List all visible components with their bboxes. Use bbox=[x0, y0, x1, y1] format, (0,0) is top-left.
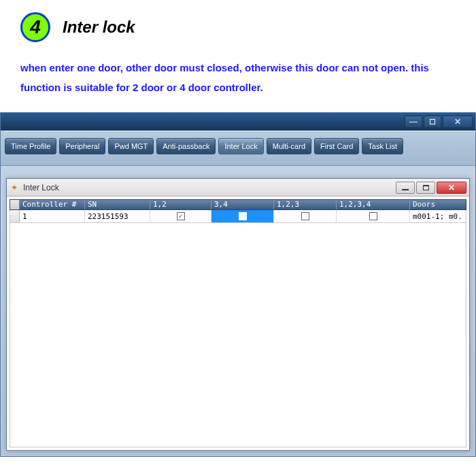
cell-doors[interactable]: m001-1; m0... bbox=[410, 210, 463, 222]
column-12[interactable]: 1,2 bbox=[150, 200, 211, 209]
step-number-badge: 4 bbox=[20, 12, 50, 42]
column-34[interactable]: 3,4 bbox=[211, 200, 274, 209]
main-close-button[interactable]: ✕ bbox=[443, 116, 473, 128]
toolbar-anti-passback-button[interactable]: Anti-passback bbox=[156, 138, 216, 154]
checkbox-123[interactable] bbox=[301, 212, 309, 220]
main-maximize-button[interactable] bbox=[424, 116, 441, 128]
cell-1234[interactable] bbox=[337, 210, 410, 222]
cell-12[interactable]: ✓ bbox=[150, 210, 211, 222]
grid-empty-area[interactable] bbox=[10, 223, 466, 447]
child-close-button[interactable]: ✕ bbox=[437, 182, 466, 194]
toolbar-pwd-mgt-button[interactable]: Pwd MGT bbox=[108, 138, 154, 154]
column-sn[interactable]: SN bbox=[85, 200, 150, 209]
cell-controller[interactable]: 1 bbox=[20, 210, 85, 222]
checkbox-1234[interactable] bbox=[369, 212, 377, 220]
toolbar-peripheral-button[interactable]: Peripheral bbox=[59, 138, 105, 154]
child-maximize-button[interactable] bbox=[416, 182, 435, 194]
toolbar-first-card-button[interactable]: First Card bbox=[314, 138, 359, 154]
column-doors[interactable]: Doors bbox=[410, 200, 463, 209]
toolbar-inter-lock-button[interactable]: Inter Lock bbox=[218, 138, 263, 154]
checkbox-12[interactable]: ✓ bbox=[177, 212, 185, 220]
step-description: when enter one door, other door must clo… bbox=[20, 58, 462, 97]
step-number: 4 bbox=[30, 16, 41, 38]
toolbar-multi-card-button[interactable]: Multi-card bbox=[267, 138, 311, 154]
column-123[interactable]: 1,2,3 bbox=[274, 200, 337, 209]
main-window: — ✕ Time ProfilePeripheralPwd MGTAnti-pa… bbox=[0, 112, 476, 457]
grid-header-row: Controller # SN 1,2 3,4 1,2,3 1,2,3,4 Do… bbox=[10, 199, 466, 210]
row-selector[interactable] bbox=[10, 210, 20, 222]
data-grid: Controller # SN 1,2 3,4 1,2,3 1,2,3,4 Do… bbox=[7, 197, 469, 450]
checkbox-34[interactable] bbox=[239, 212, 247, 220]
mdi-area: ✦ Inter Lock ✕ Controller # SN 1,2 3,4 1… bbox=[1, 166, 475, 456]
lightning-icon: ✦ bbox=[10, 183, 19, 192]
main-minimize-button[interactable]: — bbox=[405, 116, 422, 128]
cell-34[interactable] bbox=[211, 210, 274, 222]
interlock-window-title: Inter Lock bbox=[23, 183, 392, 192]
column-1234[interactable]: 1,2,3,4 bbox=[337, 200, 410, 209]
table-row[interactable]: 1 223151593 ✓ m001-1; m0... bbox=[10, 210, 466, 223]
toolbar-task-list-button[interactable]: Task List bbox=[362, 138, 403, 154]
interlock-window: ✦ Inter Lock ✕ Controller # SN 1,2 3,4 1… bbox=[6, 178, 470, 451]
toolbar-time-profile-button[interactable]: Time Profile bbox=[5, 138, 56, 154]
step-title: Inter lock bbox=[63, 18, 135, 37]
row-selector-header[interactable] bbox=[10, 200, 20, 209]
step-header: 4 Inter lock bbox=[20, 12, 462, 42]
toolbar: Time ProfilePeripheralPwd MGTAnti-passba… bbox=[1, 131, 475, 166]
cell-123[interactable] bbox=[274, 210, 337, 222]
child-minimize-button[interactable] bbox=[396, 182, 415, 194]
cell-sn[interactable]: 223151593 bbox=[85, 210, 150, 222]
main-titlebar[interactable]: — ✕ bbox=[1, 113, 475, 131]
interlock-titlebar[interactable]: ✦ Inter Lock ✕ bbox=[7, 179, 469, 197]
column-controller[interactable]: Controller # bbox=[20, 200, 85, 209]
